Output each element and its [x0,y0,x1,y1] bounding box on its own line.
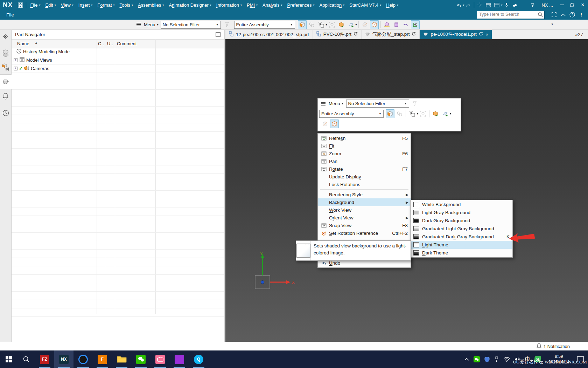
tray-input-method[interactable]: 中 [525,356,530,362]
tree-item-model-views[interactable]: + Model Views [12,56,224,64]
close-button[interactable]: × [578,0,588,10]
tray-volume-icon[interactable] [514,357,520,362]
type-filter-icon[interactable] [317,20,326,29]
taskbar-app-qq[interactable]: Q [189,350,208,368]
wireframe-display-icon[interactable] [330,120,339,128]
microphone-icon[interactable] [502,1,511,9]
file-ribbon-tab[interactable]: File [0,12,20,18]
datum-plane-icon[interactable] [346,20,355,29]
tab-overflow-count[interactable]: »27 [575,32,588,37]
menu-item-work-view[interactable]: Work View [318,206,411,214]
taskbar-app-filezilla[interactable]: FZ [35,350,54,368]
menu-item-set-rotation-reference[interactable]: Set Rotation ReferenceCtrl+F2 [318,229,411,237]
undo-icon[interactable] [454,1,463,9]
expand-icon[interactable]: + [14,58,18,62]
submenu-item-light-theme[interactable]: Light Theme [411,241,512,249]
action-center-icon[interactable] [577,356,584,362]
wireframe-display-icon[interactable] [370,20,379,29]
menu-format[interactable]: Format▾ [95,0,117,10]
menu-analysis[interactable]: Analysis▾ [260,0,285,10]
type-filter-icon[interactable] [408,109,416,118]
assembly-navigator-button[interactable] [0,46,11,60]
move-component-icon[interactable] [383,20,391,29]
taskbar-app-wechat[interactable] [131,350,150,368]
menu-item-rotate[interactable]: RotateF7 [318,165,411,173]
taskbar-app-media-player[interactable] [170,350,189,368]
show-hide-icon[interactable] [386,109,394,118]
column-name[interactable]: Name [17,41,29,46]
tray-wechat-icon[interactable] [474,356,480,362]
selection-scope-dropdown[interactable]: Entire Assembly▼ [234,21,295,29]
datum-dropdown[interactable]: ▾ [450,112,451,115]
minimize-ribbon-icon[interactable] [528,1,537,9]
roles-gear-button[interactable] [0,29,11,43]
taskbar-app-bilibili[interactable] [150,350,170,368]
reload-icon[interactable] [412,32,416,37]
reload-icon[interactable] [354,32,358,37]
floating-selection-filter[interactable]: No Selection Filter▼ [346,100,409,108]
type-filter-dropdown[interactable]: ▾ [326,23,327,26]
submenu-item-dark-theme[interactable]: Dark Theme [411,249,512,257]
taskbar-search-button[interactable] [18,350,35,368]
menu-assemblies[interactable]: Assemblies▾ [135,0,166,10]
menu-item-zoom[interactable]: ZoomF6 [318,150,411,157]
column-header[interactable]: Name ▲ C.. U.. Comment [12,39,224,48]
panel-splitter[interactable] [224,29,225,342]
collapse-ribbon-icon[interactable] [559,11,568,19]
panel-dock-icon[interactable] [216,32,220,37]
constraint-navigator-button[interactable] [0,60,11,74]
eraser-icon[interactable] [511,1,519,9]
check-icon[interactable]: ✓ [19,66,23,71]
notifications-bell-button[interactable] [0,89,11,103]
floating-scope-dropdown[interactable]: Entire Assembly▼ [319,110,384,118]
tray-usb-icon[interactable] [494,356,499,362]
menu-animation-designer[interactable]: Animation Designer▾ [166,0,214,10]
menu-item-orient-view[interactable]: Orient View▶ [318,214,411,222]
assembly-constraints-icon[interactable] [392,20,401,29]
tray-clock[interactable]: 8:59 2025/10/14 [545,354,573,365]
minimize-button[interactable] [556,0,567,10]
submenu-item-light-gray-background[interactable]: Light Gray Background [411,209,512,217]
menu-file[interactable]: File▾ [28,0,43,10]
menu-item-lock-rotations[interactable]: Lock Rotations [318,180,411,188]
tray-security-shield-icon[interactable] [484,356,490,362]
menu-help[interactable]: Help▾ [384,0,401,10]
menu-application[interactable]: Application▾ [317,0,347,10]
fullscreen-icon[interactable] [550,11,559,19]
notification-bell-icon[interactable] [537,343,541,349]
menu-button[interactable]: Menu▾ [134,20,161,29]
part-tab-active[interactable]: pe-1000件-model1.prt × [420,29,492,39]
submenu-item-graduated-light-gray[interactable]: Graduated Light Gray Background [411,225,512,233]
menu-starcam[interactable]: StarCAM V7.4▾ [347,0,384,10]
taskbar-app-nx[interactable]: NX [54,350,74,368]
menu-item-background[interactable]: Background▶ [318,198,411,206]
taskbar-app-file-explorer[interactable] [112,350,131,368]
close-tab-icon[interactable]: × [486,32,489,37]
taskbar-app-pdf-reader[interactable]: F [93,350,112,368]
menu-preferences[interactable]: Preferences▾ [285,0,317,10]
tree-item-cameras[interactable]: + ✓ Cameras [12,64,224,73]
part-tab-1[interactable]: 12-pea100-sc-001-002-002_stp.prt [225,29,313,39]
history-clock-button[interactable] [0,106,11,120]
menu-item-update-display[interactable]: Update Display [318,173,411,180]
menu-item-pan[interactable]: Pan [318,157,411,165]
menu-tools[interactable]: Tools▾ [117,0,135,10]
selection-filter-dropdown[interactable]: No Selection Filter▼ [161,21,221,29]
floating-menu-button[interactable]: Menu▾ [319,100,345,108]
menu-item-snap-view[interactable]: Snap ViewF8 [318,222,411,229]
show-hide-icon[interactable] [298,20,307,29]
column-c[interactable]: C.. [98,41,104,46]
view-orient-icon[interactable] [411,20,420,29]
datum-dropdown[interactable]: ▾ [356,23,357,26]
add-component-icon[interactable] [431,109,440,118]
restore-button[interactable] [567,0,578,10]
command-finder-icon[interactable]: ! [577,11,586,19]
search-icon[interactable] [538,12,543,19]
submenu-item-graduated-dark-gray[interactable]: Graduated Dark Gray Background K [411,233,512,241]
search-input[interactable] [477,11,537,18]
window-dropdown[interactable]: ▾ [501,4,502,7]
window-icon[interactable] [492,1,501,9]
tray-sogou-icon[interactable]: S [534,356,541,362]
menu-insert[interactable]: Insert▾ [76,0,95,10]
type-filter-dropdown[interactable]: ▾ [417,112,418,115]
